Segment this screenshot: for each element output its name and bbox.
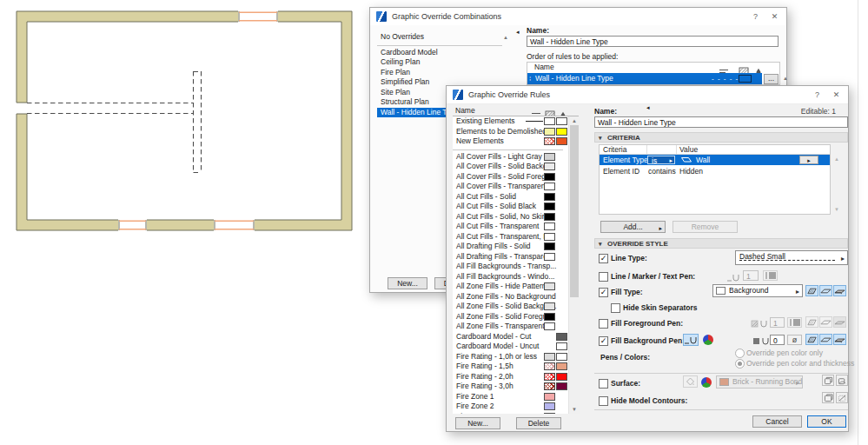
criteria-operator[interactable]: contains (648, 167, 676, 176)
rule-list-item[interactable]: All Zone Fills - Solid Backgro... (453, 302, 568, 312)
scroll-down-icon[interactable]: ▼ (572, 406, 577, 413)
rule-list-item[interactable]: Fire Rating - 1,5h (453, 362, 568, 372)
add-criteria-button[interactable]: Add... ▸ (600, 221, 666, 233)
cancel-button[interactable]: Cancel (752, 415, 802, 428)
fill-type-drafting-toggle[interactable] (833, 285, 846, 296)
rule-list-item[interactable]: All Cut Fills - Transparent, N... (453, 232, 568, 242)
rule-list-item[interactable]: All Zone Fills - Transparent (453, 322, 568, 332)
line-pen-checkbox[interactable] (599, 272, 608, 282)
color-wheel-icon[interactable] (701, 377, 712, 388)
rule-list-item[interactable]: All Cover Fills - Solid Foregr... (453, 172, 568, 183)
rule-list-item[interactable]: All Cut Fills - Transparent (453, 222, 568, 232)
rule-list-item[interactable]: Fire Zone 2 (453, 402, 568, 412)
rules-list-scrollbar[interactable]: ▲ ▼ (568, 116, 580, 414)
rule-list-item[interactable]: Fire Rating - 1,0h or less (453, 352, 568, 362)
combinations-titlebar[interactable]: Graphic Override Combinations ? ✕ (370, 8, 786, 25)
rule-list-item[interactable]: All Zone Fills - Solid Foregro... (453, 312, 568, 322)
rule-list-item[interactable]: All Cover Fills - Light Gray (453, 152, 568, 163)
combination-list-item[interactable]: Fire Plan (377, 68, 507, 78)
fill-fg-cut-toggle[interactable] (805, 316, 818, 328)
fill-type-dropdown[interactable]: Background ▸ (712, 284, 803, 297)
scrollbar-thumb[interactable] (570, 125, 579, 297)
criteria-operator-button[interactable]: is ▸ (647, 156, 675, 164)
close-button[interactable]: ✕ (768, 10, 781, 23)
fill-bg-cut-toggle[interactable] (805, 334, 818, 345)
rule-list-item[interactable]: All Cut Fills - Solid (453, 192, 568, 203)
scroll-up-icon[interactable]: ▲ (503, 34, 508, 41)
contours-on-button[interactable] (822, 392, 834, 403)
criteria-scroll-up-icon[interactable]: ▲ (834, 156, 839, 163)
pen-color-only-radio[interactable] (735, 349, 745, 358)
rule-list-item[interactable]: All Zone Fills - Hide Pattern (453, 282, 568, 292)
rule-list-item[interactable]: Cardboard Model - Uncut (453, 342, 568, 352)
hide-contours-checkbox[interactable] (599, 396, 608, 406)
rule-list-item[interactable]: Fire Rating - 3,0h (453, 382, 568, 392)
fill-bg-checkbox[interactable]: ✓ (599, 336, 608, 346)
splitter-icon[interactable]: ◂ (516, 29, 520, 36)
hide-skin-checkbox[interactable] (611, 303, 620, 313)
contours-off-button[interactable] (836, 392, 848, 403)
remove-criteria-button[interactable]: Remove (673, 221, 738, 233)
criteria-row-element-type[interactable]: Element Type is ▸ Wall ▸ (600, 155, 830, 165)
scroll-up-icon[interactable]: ▲ (572, 117, 577, 124)
rule-list-item[interactable]: All Cut Fills - Solid Black (453, 202, 568, 212)
help-button[interactable]: ? (811, 89, 824, 101)
criteria-col-header[interactable]: Criteria (603, 145, 626, 154)
fill-type-cover-toggle[interactable] (819, 285, 832, 296)
surface-dropdown[interactable]: Brick - Running Bond ▸ (716, 375, 803, 389)
line-type-dropdown[interactable]: Dashed Small ▸ (735, 250, 848, 265)
rule-list-item[interactable]: Fire Zone 3 (453, 412, 568, 415)
rule-list-item[interactable]: All Fill Backgrounds - Windo... (453, 272, 568, 282)
rule-name-input[interactable]: Wall - Hidden Line Type (594, 116, 848, 128)
criteria-name[interactable]: Element ID (603, 167, 639, 176)
line-pen-input[interactable]: 1 (743, 270, 759, 281)
value-picker-button[interactable]: ▸ (799, 156, 818, 164)
order-col-name[interactable]: Name (534, 63, 554, 71)
color-wheel-icon[interactable] (703, 335, 713, 345)
rule-list-item[interactable]: Existing Elements (453, 116, 568, 127)
rules-titlebar[interactable]: Graphic Override Rules ? ✕ (447, 86, 848, 104)
value-col-header[interactable]: Value (679, 145, 698, 154)
fill-type-checkbox[interactable]: ✓ (599, 288, 608, 297)
order-scroll-up-icon[interactable]: ▲ (783, 75, 788, 82)
rule-list-item[interactable]: Elements to be Demolished (453, 127, 568, 137)
fill-fg-color-button[interactable] (787, 317, 802, 328)
fill-type-cut-toggle[interactable] (805, 285, 818, 296)
rule-list-item[interactable]: All Drafting Fills - Transparent (453, 252, 568, 262)
pen-color-thickness-radio[interactable] (735, 359, 745, 369)
rules-col-name[interactable]: Name (455, 106, 475, 116)
splitter-icon[interactable]: ◂ (646, 104, 650, 111)
ok-button[interactable]: OK (807, 415, 846, 428)
rule-list-item[interactable]: New Elements (453, 136, 568, 147)
rule-list-item[interactable]: All Cut Fills - Solid, No Skin ... (453, 212, 568, 222)
combination-list-item[interactable]: Ceiling Plan (377, 57, 507, 68)
fill-fg-checkbox[interactable] (599, 319, 608, 329)
drag-handle-icon[interactable]: ⁞ (529, 73, 531, 84)
close-button[interactable]: ✕ (830, 89, 843, 101)
rule-list-item[interactable]: Fire Rating - 2,0h (453, 372, 568, 382)
surface-textured-button[interactable] (836, 375, 848, 386)
combination-list-item[interactable]: Cardboard Model (377, 48, 507, 58)
rules-delete-button[interactable]: Delete (516, 417, 561, 429)
order-rule-row[interactable]: ⁞ Wall - Hidden Line Type - - - - - (527, 73, 762, 84)
criteria-scroll-down-icon[interactable]: ▼ (834, 206, 839, 213)
paint-bucket-button[interactable] (683, 375, 698, 388)
rule-list-item[interactable]: All Fill Backgrounds - Transp... (453, 262, 568, 272)
help-button[interactable]: ? (749, 10, 762, 23)
combinations-new-button[interactable]: New... (388, 277, 427, 289)
more-button[interactable]: ... (764, 74, 779, 84)
criteria-value[interactable]: Hidden (679, 167, 703, 176)
fill-bg-cover-toggle[interactable] (819, 334, 832, 345)
override-style-section-header[interactable]: ▾ OVERRIDE STYLE (594, 238, 848, 249)
rule-list-item[interactable]: All Cover Fills - Solid Backgr... (453, 162, 568, 172)
combination-name-input[interactable]: Wall - Hidden Line Type (527, 36, 779, 47)
rule-list-item[interactable]: Cardboard Model - Cut (453, 332, 568, 342)
fill-bg-pen-mode-button[interactable] (683, 334, 699, 346)
fill-fg-cover-toggle[interactable] (819, 316, 832, 328)
rule-list-item[interactable]: All Drafting Fills - Solid (453, 242, 568, 252)
rule-list-item[interactable]: All Zone Fills - No Background (453, 292, 568, 302)
rule-list-item[interactable]: All Cover Fills - Transparent (453, 182, 568, 192)
rules-new-button[interactable]: New... (455, 417, 500, 429)
surface-painted-button[interactable] (822, 375, 834, 386)
fill-bg-drafting-toggle[interactable] (833, 334, 846, 345)
